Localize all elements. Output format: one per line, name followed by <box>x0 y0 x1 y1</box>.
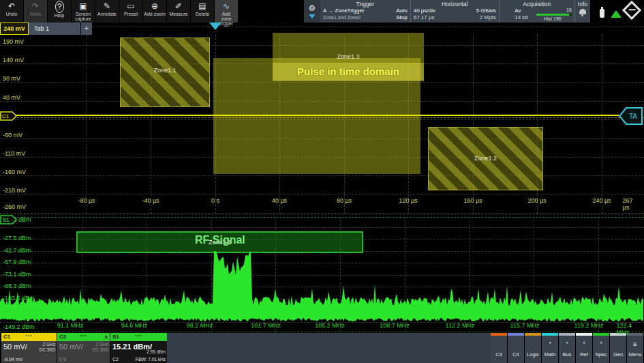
close-icon[interactable]: x <box>105 333 108 341</box>
x-axis-label: 122.4 MHz <box>617 322 635 336</box>
y-axis-label: 40 mV <box>3 94 20 101</box>
c2-coupling: DC 50Ω <box>93 347 108 353</box>
color-stripe <box>542 333 558 336</box>
zone1-3-label: Zone1.3 <box>273 53 424 60</box>
top-right-icons <box>590 0 644 23</box>
bus-button[interactable]: +Bus <box>559 333 575 363</box>
x-axis-label: 80 µs <box>337 197 352 204</box>
delete-label: Delete <box>196 12 209 16</box>
menu-button[interactable]: ≡Menu <box>627 333 643 363</box>
zone-rect-zone1-2[interactable]: Zone1.2 <box>428 127 543 190</box>
info-icon-bottle <box>600 9 604 18</box>
ref-button[interactable]: +Ref <box>576 333 592 363</box>
preset-button[interactable]: ▭Preset <box>119 0 142 23</box>
c2-offset: 0 V <box>59 357 67 362</box>
measure-button[interactable]: ✐Measure <box>167 0 190 23</box>
y-axis-label: -260 mV <box>3 203 26 210</box>
screen-capture-button[interactable]: ▣Screen capture <box>72 0 95 23</box>
undo-label: Undo <box>6 12 18 16</box>
gridline <box>598 217 599 332</box>
c1-scale: 50 mV/ <box>3 343 27 351</box>
x-axis-label: -40 µs <box>142 197 159 204</box>
trigger-annotation-tag[interactable]: TA <box>619 107 643 126</box>
bell-icon <box>579 9 586 14</box>
trigger-settings-button[interactable]: ⚙ <box>304 0 320 23</box>
plus-icon: + <box>549 340 552 346</box>
history-count: Hist 190 <box>544 16 562 22</box>
info-panel[interactable]: Info <box>574 0 590 23</box>
button-label: Menu <box>629 351 642 358</box>
s1-box-name: S1 <box>112 334 119 340</box>
y-axis-label: -60 mV <box>3 132 22 139</box>
undo-button[interactable]: ↶Undo <box>0 0 23 23</box>
math-button[interactable]: +Math <box>542 333 558 363</box>
annotate-icon: ✎ <box>104 1 110 12</box>
record-length: 2 Mpts <box>476 14 496 21</box>
x-axis-label: 0 s <box>211 197 219 204</box>
zone1-2-label: Zone1.2 <box>429 155 542 162</box>
gridline <box>0 27 644 27</box>
button-label: Spec <box>595 351 607 358</box>
c1-signal-box[interactable]: C1 ••• 50 mV/ 2 GHz DC 50Ω -9.94 mV <box>1 333 57 363</box>
x-axis-label: 94.6 MHz <box>121 322 148 329</box>
trigger-panel[interactable]: Trigger A → ZoneTrigger Auto Zone1 and Z… <box>320 0 410 23</box>
gen-button[interactable]: Gen <box>610 333 626 363</box>
c1-coupling: DC 50Ω <box>40 347 55 353</box>
trigger-position-marker[interactable] <box>209 23 221 30</box>
button-label: Bus <box>563 351 572 358</box>
y-axis-label: -73.1 dBm <box>3 271 31 278</box>
sample-rate: 5 GSa/s <box>476 8 496 14</box>
gridline <box>0 175 644 176</box>
add-zoom-button[interactable]: ⊕Add zoom <box>143 0 166 23</box>
rf-signal-annotation[interactable]: RF Signal <box>195 234 245 246</box>
s1-signal-box[interactable]: S1 ••• 15.21 dBm/ 2.95 dBm C2 RBW: 7.01 … <box>110 333 167 363</box>
x-axis-label: 40 µs <box>272 197 287 204</box>
trigger-title: Trigger <box>323 1 408 8</box>
c1-trace <box>0 115 619 116</box>
acquisition-panel[interactable]: Acquisition Av 14 bit 16 Hist 190 <box>499 0 574 23</box>
c2-box-name: C2 <box>59 334 66 340</box>
horizontal-panel[interactable]: Horizontal 40 µs/div 67.17 µs 5 GSa/s 2 … <box>410 0 499 23</box>
y-axis-label: -57.9 dBm <box>3 259 31 265</box>
c3-button[interactable]: C3 <box>491 333 507 363</box>
annotate-label: Annotate <box>97 12 117 16</box>
channel-offset-label[interactable]: 240 mV <box>0 23 29 35</box>
color-stripe <box>525 333 541 336</box>
drag-grip-icon: ••• <box>80 334 87 338</box>
delete-button[interactable]: ▤Delete <box>191 0 214 23</box>
button-label: Math <box>545 351 556 358</box>
horizontal-title: Horizontal <box>414 1 496 8</box>
trigger-condition: Zone1 and Zone2 <box>323 14 361 21</box>
acquisition-progress-bar <box>536 14 572 16</box>
y-axis-label: -160 mV <box>3 169 26 175</box>
color-stripe <box>508 333 524 336</box>
zone-rect-zone1-1[interactable]: Zone1.1 <box>120 38 210 107</box>
help-button[interactable]: ?Help <box>48 0 71 23</box>
help-icon: ? <box>55 1 64 13</box>
gridline <box>0 194 644 194</box>
plus-icon: + <box>600 340 603 346</box>
c2-signal-box[interactable]: C2 ••• x 50 mV/ 2 GHz DC 50Ω 0 V <box>57 333 110 363</box>
tab-tab1[interactable]: Tab 1 <box>29 23 80 35</box>
annotate-button[interactable]: ✎Annotate <box>95 0 119 23</box>
button-label: C4 <box>512 351 519 358</box>
s1-signal-tag[interactable]: S1 <box>0 215 18 225</box>
c4-button[interactable]: C4 <box>508 333 524 363</box>
x-axis-label: 101.7 MHz <box>251 322 281 329</box>
spec-button[interactable]: +Spec <box>593 333 609 363</box>
redo-button[interactable]: ↷Redo <box>24 0 47 23</box>
s1-rbw: RBW: 7.01 kHz <box>136 357 166 362</box>
color-stripe <box>593 333 609 336</box>
status-panel: Trigger A → ZoneTrigger Auto Zone1 and Z… <box>320 0 590 23</box>
pulse-annotation[interactable]: Pulse in time domain <box>273 63 424 81</box>
add-tab-button[interactable]: + <box>81 23 92 35</box>
c1-channel-tag[interactable]: C1 <box>0 111 18 121</box>
gridline <box>0 299 644 300</box>
c1-box-name: C1 <box>3 334 10 340</box>
add-zone-trigger-button[interactable]: ∿Add zone trigger <box>215 0 238 23</box>
logic-button[interactable]: Logic <box>525 333 541 363</box>
trigger-state: Stop <box>396 14 407 21</box>
menu-icon: ≡ <box>633 341 637 348</box>
y-axis-label: -103.5 dBm <box>3 295 35 302</box>
color-stripe <box>559 333 575 336</box>
